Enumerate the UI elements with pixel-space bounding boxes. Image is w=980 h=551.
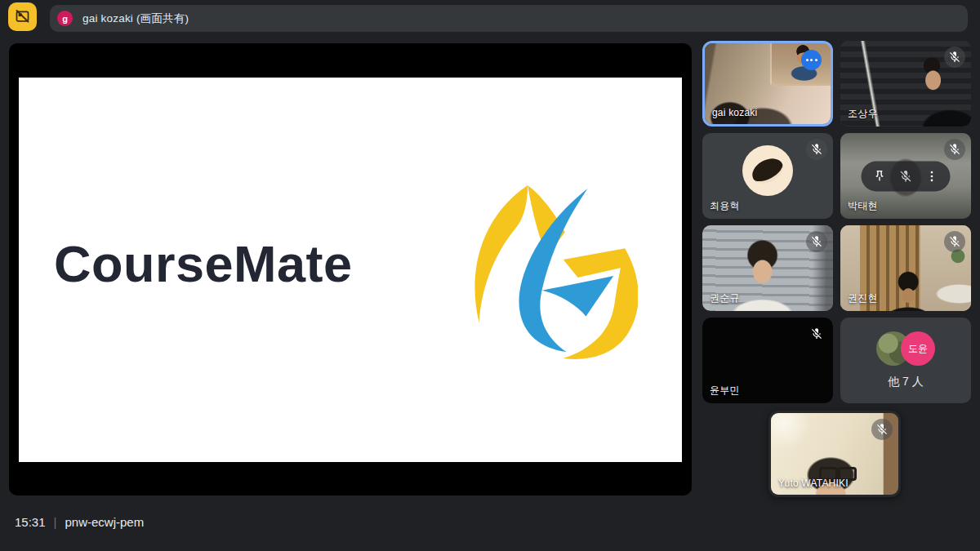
overflow-avatar-badge: 도윤 bbox=[901, 331, 935, 366]
participant-name: 박태현 bbox=[848, 199, 878, 213]
participant-grid: gai kozaki 조상우 최용혁 박태현 bbox=[702, 41, 971, 403]
mic-off-icon bbox=[871, 419, 893, 440]
more-options-icon[interactable] bbox=[925, 169, 939, 183]
tile-hover-controls[interactable] bbox=[862, 161, 951, 191]
shared-slide: CourseMate bbox=[19, 78, 682, 462]
mic-off-icon bbox=[806, 139, 827, 160]
avatar bbox=[742, 145, 793, 196]
tile-overflow-participants[interactable]: 도윤 他 7 人 bbox=[840, 318, 971, 403]
self-name: Yuto WATAHIKI bbox=[778, 478, 849, 489]
meeting-info: 15:31 | pnw-ecwj-pem bbox=[15, 515, 144, 529]
participant-name: 최용혁 bbox=[710, 199, 740, 213]
mic-off-icon bbox=[944, 47, 965, 68]
participant-name: gai kozaki bbox=[712, 107, 757, 118]
mic-off-icon bbox=[944, 231, 965, 252]
meeting-code: pnw-ecwj-pem bbox=[65, 515, 144, 529]
mic-off-icon[interactable] bbox=[899, 169, 913, 183]
tile-options-button[interactable] bbox=[801, 50, 822, 70]
tile-kwon-sunkyu[interactable]: 권순규 bbox=[702, 225, 833, 311]
presenter-label: gai kozaki (画面共有) bbox=[82, 11, 189, 26]
clock-time: 15:31 bbox=[15, 515, 46, 529]
overflow-avatars: 도윤 bbox=[876, 331, 935, 366]
mic-off-icon bbox=[944, 139, 965, 160]
tile-park-taehyun[interactable]: 박태현 bbox=[840, 133, 971, 219]
self-view-tile[interactable]: Yuto WATAHIKI bbox=[768, 411, 901, 497]
participant-name: 윤부민 bbox=[710, 384, 740, 398]
tile-jo-sangwoo[interactable]: 조상우 bbox=[840, 41, 971, 127]
participant-name: 조상우 bbox=[848, 107, 878, 121]
self-video-feed: Yuto WATAHIKI bbox=[771, 413, 898, 495]
overflow-count-label: 他 7 人 bbox=[888, 375, 924, 389]
slide-title: CourseMate bbox=[54, 234, 353, 293]
bottom-bar: 15:31 | pnw-ecwj-pem bbox=[0, 495, 980, 551]
mic-off-icon bbox=[806, 323, 827, 344]
tile-kwon-jinhyun[interactable]: 권진현 bbox=[840, 225, 971, 311]
coursemate-logo bbox=[443, 177, 638, 363]
presentation-paused-button[interactable] bbox=[8, 2, 37, 31]
tile-yoon-bumin[interactable]: 윤부민 bbox=[702, 318, 833, 403]
presenter-avatar: g bbox=[57, 11, 73, 26]
tile-choi-yonghyuk[interactable]: 최용혁 bbox=[702, 133, 833, 219]
divider: | bbox=[54, 515, 57, 529]
pin-icon[interactable] bbox=[873, 169, 887, 183]
screen-share-stage: CourseMate bbox=[9, 43, 692, 495]
participant-name: 권진현 bbox=[848, 291, 878, 305]
tile-gai-kozaki[interactable]: gai kozaki bbox=[702, 41, 833, 127]
participant-name: 권순규 bbox=[710, 291, 740, 305]
mic-off-icon bbox=[806, 231, 827, 252]
video-subframe bbox=[770, 43, 831, 86]
presenter-banner[interactable]: g gai kozaki (画面共有) bbox=[50, 5, 968, 32]
presentation-off-icon bbox=[14, 8, 31, 25]
